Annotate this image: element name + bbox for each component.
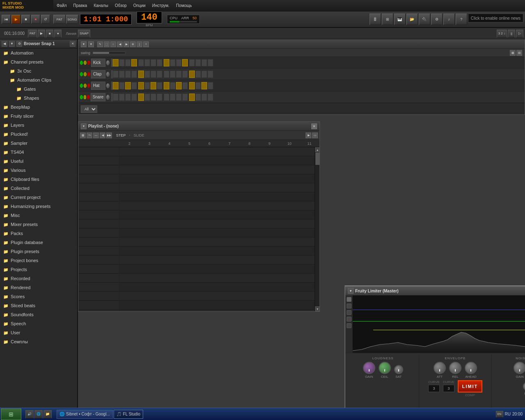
browser-item-mixer-presets[interactable]: Mixer presets <box>0 220 77 229</box>
browser-item-семплы[interactable]: Семплы <box>0 337 77 346</box>
fl-menu-btn[interactable]: ▼ <box>348 288 354 294</box>
beat-btn-ch1-step3[interactable] <box>131 71 137 78</box>
beat-btn-ch2-step5[interactable] <box>144 82 150 89</box>
toolbar-btn-2[interactable]: ▶ <box>38 30 45 38</box>
pl-scroll-right[interactable]: ▶ <box>306 132 311 138</box>
playlist-grid-row-5[interactable] <box>119 192 315 201</box>
loop-button[interactable]: ↺ <box>41 15 50 24</box>
beat-view-btn-1[interactable]: ▦ <box>510 50 516 56</box>
beat-btn-ch2-step2[interactable] <box>125 82 131 89</box>
beat-btn-ch0-step12[interactable] <box>189 59 195 66</box>
beat-btn-ch2-step1[interactable] <box>119 82 125 89</box>
beat-ch-green-dot-1[interactable] <box>80 72 83 76</box>
beat-btn-ch0-step15[interactable] <box>208 59 213 66</box>
fl-ceil-knob[interactable] <box>379 362 391 374</box>
browser-item-projects[interactable]: Projects <box>0 265 77 274</box>
browser-item-plugin-presets[interactable]: Plugin presets <box>0 247 77 256</box>
beat-ch-red-dot-0[interactable] <box>87 61 90 65</box>
beat-ch-knob-2[interactable] <box>106 83 110 88</box>
toolbar-btn-4[interactable]: ● <box>54 30 62 38</box>
pl-tool-3[interactable]: — <box>93 132 99 138</box>
browser-item-fruity-slicer[interactable]: Fruity slicer <box>0 112 77 121</box>
help-icon[interactable]: ? <box>456 14 467 25</box>
beat-btn-ch1-step6[interactable] <box>151 71 156 78</box>
beat-btn-ch1-step10[interactable] <box>176 71 182 78</box>
beat-filter-select[interactable]: All <box>81 105 97 113</box>
fl-att-knob[interactable] <box>434 362 446 374</box>
fl-limit-btn[interactable]: LIMIT <box>458 380 482 393</box>
browser-item-packs[interactable]: Packs <box>0 229 77 238</box>
playlist-grid[interactable] <box>119 147 315 311</box>
beat-btn-ch2-step7[interactable] <box>157 82 162 89</box>
start-button[interactable]: ⊞ <box>1 409 21 420</box>
browser-item-ts404[interactable]: TS404 <box>0 148 77 157</box>
tray-icon-1[interactable]: EN <box>496 411 503 418</box>
beat-btn-ch1-step12[interactable] <box>189 71 195 78</box>
playlist-grid-row-9[interactable] <box>119 228 315 237</box>
beat-btn-ch3-step14[interactable] <box>201 94 207 101</box>
beat-ch-red-dot-2[interactable] <box>87 84 90 88</box>
beat-btn-ch3-step3[interactable] <box>131 94 137 101</box>
beat-ch-green-dot-3[interactable] <box>80 95 83 99</box>
playlist-grid-row-1[interactable] <box>119 156 315 165</box>
beat-btn-ch1-step5[interactable] <box>144 71 150 78</box>
browser-item-layers[interactable]: Layers <box>0 121 77 130</box>
slide-label[interactable]: SLIDE <box>134 133 144 137</box>
pat-button[interactable]: PAT <box>53 15 66 24</box>
fl-header[interactable]: ▼ Fruity Limiter (Master) ◀ ▶ ✕ <box>345 286 525 295</box>
browser-item-gates[interactable]: Gates <box>0 84 77 94</box>
beat-btn-ch2-step0[interactable] <box>113 82 119 89</box>
playlist-grid-row-6[interactable] <box>119 201 315 210</box>
playlist-grid-row-10[interactable] <box>119 237 315 247</box>
beat-btn-ch2-step9[interactable] <box>170 82 176 89</box>
beat-btn-ch1-step15[interactable] <box>208 71 213 78</box>
browser-menu-btn[interactable]: ▼ <box>9 41 15 47</box>
beat-add-btn[interactable]: + <box>143 41 149 47</box>
beat-next-btn[interactable]: ▶ <box>123 41 129 47</box>
playlist-menu-btn[interactable]: ▼ <box>81 123 87 129</box>
beat-btn-ch1-step9[interactable] <box>170 71 176 78</box>
playlist-grid-row-2[interactable] <box>119 165 315 174</box>
browser-item-collected[interactable]: Collected <box>0 184 77 193</box>
browser-item-plucked![interactable]: Plucked! <box>0 130 77 139</box>
browser-item-shapes[interactable]: Shapes <box>0 94 77 103</box>
browser-icon[interactable]: 📂 <box>406 14 418 25</box>
playlist-grid-row-0[interactable] <box>119 147 315 156</box>
playlist-grid-row-12[interactable] <box>119 256 315 265</box>
beat-ch-name-2[interactable]: Hat <box>91 82 105 90</box>
beat-ch-yellow-dot-0[interactable] <box>84 61 87 65</box>
beat-btn-ch0-step7[interactable] <box>157 59 162 66</box>
taskbar-flstudio[interactable]: 🎵 FL Studio <box>114 410 143 419</box>
beat-ch-knob-0[interactable] <box>106 60 110 65</box>
browser-item-plugin-database[interactable]: Plugin database <box>0 238 77 247</box>
beat-btn-ch1-step11[interactable] <box>182 71 188 78</box>
beat-btn-ch0-step11[interactable] <box>182 59 188 66</box>
browser-close-btn[interactable]: ✕ <box>70 41 75 47</box>
beat-btn-ch3-step0[interactable] <box>113 94 119 101</box>
beat-btn-ch2-step6[interactable] <box>151 82 156 89</box>
browser-item-clipboard-files[interactable]: Clipboard files <box>0 175 77 184</box>
beat-ch-red-dot-1[interactable] <box>87 72 90 76</box>
browser-item-humanizing-presets[interactable]: Humanizing presets <box>0 202 77 211</box>
playlist-grid-row-16[interactable] <box>119 292 315 301</box>
menu-options[interactable]: Опции <box>130 0 149 11</box>
taskbar-icon-3[interactable]: 📁 <box>43 410 52 418</box>
beat-view-btn-2[interactable]: ▤ <box>516 50 522 56</box>
beat-btn-ch1-step1[interactable] <box>119 71 125 78</box>
menu-view[interactable]: Обзор <box>112 0 130 11</box>
fl-ng-rel-knob[interactable] <box>523 382 525 391</box>
beat-btn-ch3-step13[interactable] <box>195 94 201 101</box>
prev-button[interactable]: ⏮ <box>2 15 11 24</box>
menu-file[interactable]: Файл <box>53 0 70 11</box>
beat-ch-knob-1[interactable] <box>106 72 110 77</box>
beat-btn-ch0-step9[interactable] <box>170 59 176 66</box>
beat-ch-name-3[interactable]: Snare <box>91 93 106 101</box>
beat-btn-ch0-step8[interactable] <box>164 59 169 66</box>
beat-btn-ch2-step11[interactable] <box>182 82 188 89</box>
beat-ch-knob-3[interactable] <box>106 95 110 100</box>
playlist-scroll-up[interactable]: ▲ <box>315 147 320 152</box>
view-btn-2[interactable]: || <box>508 30 515 38</box>
taskbar-chrome[interactable]: 🌐 Sibnet • Софт - Googl... <box>57 410 113 419</box>
play-button[interactable]: ▶ <box>11 15 21 24</box>
browser-options-btn[interactable]: ⚙ <box>16 41 22 47</box>
